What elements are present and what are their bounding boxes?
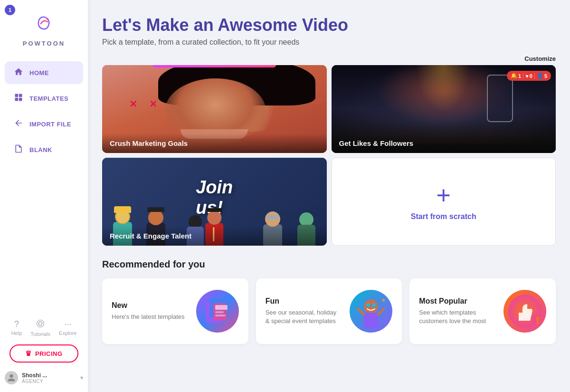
svg-point-29 [536,316,540,320]
sidebar-item-templates[interactable]: TEMPLATES [5,87,83,110]
svg-point-0 [32,11,57,36]
rec-desc-new: Here's the latest templates [112,313,189,321]
user-row[interactable]: Shoshi ... AGENCY ▾ [0,367,88,388]
sidebar-item-import[interactable]: IMPORT FILE [5,113,83,135]
import-icon [13,118,24,130]
rec-image-fun [350,290,392,333]
svg-rect-28 [533,320,536,325]
logo-icon [31,10,57,38]
reaction-hearts: ♥ 0 [525,73,532,79]
rec-desc-popular: See which templates customers love the m… [419,308,496,325]
rec-title-popular: Most Popular [419,297,496,306]
nav-items: HOME TEMPLATES IMPORT FILE BLANK [0,56,88,315]
rec-image-popular [504,290,546,333]
svg-line-23 [358,309,364,315]
recommended-grid: New Here's the latest templates Fun See [102,278,556,344]
rec-title-new: New [112,301,189,310]
svg-rect-15 [364,313,378,328]
help-button[interactable]: ? Help [11,319,22,336]
svg-line-24 [378,309,384,315]
template-card-likes[interactable]: 🔔 1 ♥ 0 👤 5 Get Likes & Followers [332,65,556,153]
tutorials-icon [36,319,45,330]
user-info: Shoshi ... AGENCY [22,372,76,384]
pricing-button[interactable]: ♛ PRICING [10,344,78,363]
crown-icon: ♛ [25,349,32,358]
rec-content-fun: Fun See our seasonal, holiday & special … [266,297,342,325]
home-icon [13,67,24,78]
sidebar: POWTOON HOME TEMPLATES IMPORT FILE [0,0,88,392]
svg-marker-25 [382,298,386,302]
rec-title-fun: Fun [266,297,342,306]
sidebar-bottom: ? Help Tutorials ··· Explore ♛ PRICING [0,315,88,392]
svg-point-1 [47,18,48,20]
sidebar-item-home[interactable]: HOME [5,61,83,84]
pricing-label: PRICING [35,350,63,357]
svg-rect-11 [215,305,228,310]
help-icon: ? [14,319,19,329]
page-subtitle: Pick a template, from a curated collecti… [102,38,556,47]
rec-card-popular[interactable]: Most Popular See which templates custome… [409,278,556,344]
explore-icon: ··· [64,319,71,329]
svg-rect-2 [15,94,19,97]
chevron-down-icon: ▾ [80,374,83,381]
customize-link[interactable]: Customize [524,55,556,62]
explore-label: Explore [59,330,76,336]
recommended-title: Recommended for you [102,259,556,270]
avatar [5,371,18,384]
customize-row: Customize [102,55,556,62]
svg-rect-13 [215,315,226,316]
rec-desc-fun: See our seasonal, holiday & special even… [266,308,342,325]
rec-image-new [196,290,239,333]
reaction-likes: 🔔 1 [511,73,521,79]
scratch-label: Start from scratch [411,212,476,221]
svg-rect-4 [15,98,19,101]
svg-rect-3 [19,94,22,97]
rec-content-new: New Here's the latest templates [112,301,189,321]
svg-rect-12 [215,311,224,313]
help-row: ? Help Tutorials ··· Explore [11,319,77,337]
rec-card-fun[interactable]: Fun See our seasonal, holiday & special … [256,278,402,344]
help-label: Help [11,330,22,336]
main-content: Let's Make an Awesome Video Pick a templ… [88,0,570,392]
reaction-followers: 👤 5 [537,73,547,79]
svg-point-7 [37,320,44,327]
card-recruit-label: Recruit & Engage Talent [102,226,327,246]
card-crush-label: Crush Marketing Goals [102,134,327,153]
svg-rect-30 [536,320,539,325]
template-card-scratch[interactable]: + Start from scratch [332,158,556,246]
template-grid: Sale ✕ ✕ Crush Marketing Goals [102,65,556,246]
svg-rect-20 [366,304,371,307]
logo-text: POWTOON [23,40,65,47]
user-name: Shoshi ... [22,372,76,379]
templates-icon [13,93,24,104]
reaction-bar: 🔔 1 ♥ 0 👤 5 [507,71,551,81]
notification-badge[interactable]: 1 [5,5,15,15]
card-likes-label: Get Likes & Followers [332,134,556,153]
template-card-recruit[interactable]: Joinus! [102,158,327,246]
svg-rect-5 [19,98,22,101]
tutorials-button[interactable]: Tutorials [30,319,50,337]
template-card-crush[interactable]: Sale ✕ ✕ Crush Marketing Goals [102,65,327,153]
blank-icon [13,144,24,155]
scratch-plus-icon: + [437,183,451,208]
rec-content-popular: Most Popular See which templates custome… [419,297,496,325]
svg-point-6 [38,322,42,325]
tutorials-label: Tutorials [30,331,50,337]
rec-card-new[interactable]: New Here's the latest templates [102,278,248,344]
explore-button[interactable]: ··· Explore [59,319,76,336]
user-role: AGENCY [22,379,76,384]
sidebar-item-blank[interactable]: BLANK [5,138,83,161]
page-title: Let's Make an Awesome Video [102,15,556,35]
svg-rect-21 [371,304,377,307]
